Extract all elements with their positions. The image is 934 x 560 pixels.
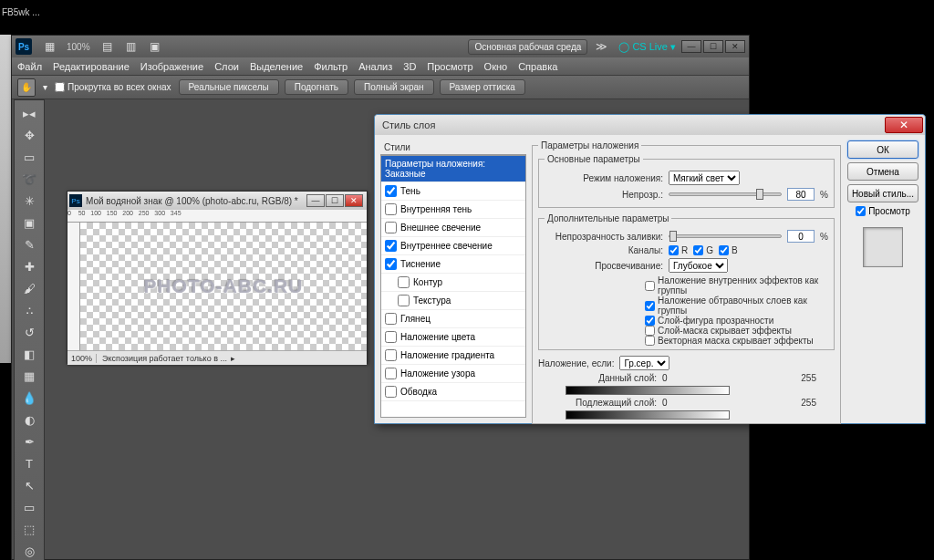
doc-titlebar[interactable]: Ps Мой водяной знак @ 100% (photo-abc.ru…: [67, 192, 367, 210]
type-tool[interactable]: T: [16, 453, 42, 473]
optbtn[interactable]: Размер оттиска: [440, 79, 525, 95]
zoom-readout[interactable]: 100%: [67, 42, 90, 52]
optbtn[interactable]: Полный экран: [354, 79, 434, 95]
workspace-button[interactable]: Основная рабочая среда: [468, 39, 587, 55]
channels-label: Каналы:: [545, 245, 663, 255]
menu-Выделение[interactable]: Выделение: [250, 61, 303, 72]
menu-Изображение[interactable]: Изображение: [140, 61, 203, 72]
path-tool[interactable]: ↖: [16, 475, 42, 495]
style-row[interactable]: Параметры наложения: Заказные: [381, 156, 525, 182]
style-row[interactable]: Внутреннее свечение: [381, 237, 525, 255]
menu-Анализ[interactable]: Анализ: [358, 61, 392, 72]
cancel-button[interactable]: Отмена: [847, 162, 918, 181]
fill-opacity-input[interactable]: [787, 230, 815, 243]
style-row[interactable]: Тень: [381, 182, 525, 201]
blend-flag[interactable]: Слой-маска скрывает эффекты: [645, 326, 828, 336]
gradient-tool[interactable]: ▦: [16, 366, 42, 386]
shape-tool[interactable]: ▭: [16, 497, 42, 517]
blend-flag[interactable]: Векторная маска скрывает эффекты: [645, 336, 828, 346]
style-row[interactable]: Обводка: [381, 383, 525, 401]
menu-Файл[interactable]: Файл: [17, 61, 42, 72]
menu-Редактирование[interactable]: Редактирование: [53, 61, 130, 72]
doc-new-icon[interactable]: ▦: [39, 38, 59, 55]
style-row[interactable]: Глянец: [381, 310, 525, 328]
wand-tool[interactable]: ✳: [16, 191, 42, 211]
eyedropper-tool[interactable]: ✎: [16, 234, 42, 254]
opacity-input[interactable]: [787, 188, 815, 201]
blend-flag[interactable]: Наложение обтравочных слоев как группы: [645, 296, 828, 316]
scroll-all-checkbox[interactable]: Прокрутка во всех окнах: [55, 82, 171, 92]
menu-Слои[interactable]: Слои: [214, 61, 239, 72]
blending-params-panel: Параметры наложения Основные параметры Р…: [532, 140, 841, 418]
pen-tool[interactable]: ✒: [16, 431, 42, 451]
style-row[interactable]: Тиснение: [381, 255, 525, 274]
doc-title: Мой водяной знак @ 100% (photo-abc.ru, R…: [86, 196, 298, 206]
style-row[interactable]: Внутренняя тень: [381, 201, 525, 219]
style-row[interactable]: Внешнее свечение: [381, 219, 525, 237]
chevron-right-icon[interactable]: ≫: [591, 38, 611, 55]
new-style-button[interactable]: Новый стиль...: [847, 184, 918, 202]
blendif-select[interactable]: Гр.сер.: [619, 356, 669, 370]
optbtn[interactable]: Подогнать: [285, 79, 348, 95]
canvas[interactable]: PHOTO-ABC.RU: [80, 223, 367, 350]
fill-opacity-slider[interactable]: [669, 234, 782, 238]
knockout-select[interactable]: Глубокое: [669, 258, 728, 273]
maximize-button[interactable]: ☐: [703, 40, 723, 53]
cslive-button[interactable]: ◯ CS Live ▾: [618, 41, 676, 53]
dialog-titlebar[interactable]: Стиль слоя ✕: [375, 115, 925, 135]
channel-b[interactable]: B: [719, 245, 738, 255]
ok-button[interactable]: ОК: [847, 140, 918, 159]
layer-style-dialog: Стиль слоя ✕ Стили Параметры наложения: …: [374, 114, 926, 424]
style-row[interactable]: Наложение узора: [381, 365, 525, 383]
dialog-title: Стиль слоя: [382, 119, 435, 130]
heal-tool[interactable]: ✚: [16, 256, 42, 276]
this-layer-gradient[interactable]: [566, 386, 730, 395]
hand-tool-icon[interactable]: ✋: [17, 78, 36, 97]
optbtn[interactable]: Реальные пикселы: [179, 79, 279, 95]
preview-checkbox[interactable]: Просмотр: [856, 206, 910, 216]
style-row[interactable]: Текстура: [381, 292, 525, 310]
minimize-button[interactable]: —: [681, 40, 701, 53]
blend-flag[interactable]: Слой-фигура прозрачности: [645, 316, 828, 326]
doc-close[interactable]: ✕: [345, 194, 363, 207]
channel-g[interactable]: G: [693, 245, 713, 255]
menu-3D[interactable]: 3D: [403, 61, 416, 72]
style-row[interactable]: Контур: [381, 274, 525, 292]
menu-Справка[interactable]: Справка: [518, 61, 557, 72]
doc-maximize[interactable]: ☐: [326, 194, 344, 207]
marquee-tool[interactable]: ▭: [16, 147, 42, 167]
collapse-icon[interactable]: ▸◂: [16, 103, 42, 123]
menu-Просмотр[interactable]: Просмотр: [427, 61, 472, 72]
3d-tool[interactable]: ⬚: [16, 519, 42, 539]
view-list-icon[interactable]: ▥: [121, 38, 141, 55]
view-grid-icon[interactable]: ▤: [98, 38, 118, 55]
style-row[interactable]: Наложение градиента: [381, 347, 525, 365]
ps-logo: Ps: [16, 38, 32, 55]
screen-mode-icon[interactable]: ▣: [145, 38, 165, 55]
eraser-tool[interactable]: ◧: [16, 344, 42, 364]
close-button[interactable]: ✕: [725, 40, 745, 53]
brush-tool[interactable]: 🖌: [16, 278, 42, 298]
blend-mode-select[interactable]: Мягкий свет: [669, 171, 740, 185]
underlying-gradient[interactable]: [566, 410, 730, 420]
blend-flag[interactable]: Наложение внутренних эффектов как группы: [645, 275, 828, 296]
doc-minimize[interactable]: —: [306, 194, 325, 207]
move-tool[interactable]: ✥: [16, 125, 42, 145]
dialog-close-button[interactable]: ✕: [885, 117, 923, 133]
stamp-tool[interactable]: ⛬: [16, 300, 42, 320]
lasso-tool[interactable]: ➰: [16, 169, 42, 189]
doc-statusbar: 100% Экспозиция работает только в ... ▸: [67, 350, 367, 365]
blur-tool[interactable]: 💧: [16, 388, 42, 408]
crop-tool[interactable]: ▣: [16, 213, 42, 233]
preview-swatch: [863, 227, 903, 267]
history-brush-tool[interactable]: ↺: [16, 322, 42, 342]
opacity-slider[interactable]: [669, 192, 782, 196]
menu-Окно[interactable]: Окно: [484, 61, 508, 72]
style-row[interactable]: Наложение цвета: [381, 328, 525, 347]
menubar: ФайлРедактированиеИзображениеСлоиВыделен…: [12, 57, 749, 76]
ruler-horizontal: 0 50 100 150 200 250 300 345: [67, 210, 367, 223]
3d-camera-tool[interactable]: ◎: [16, 541, 42, 560]
dodge-tool[interactable]: ◐: [16, 410, 42, 430]
menu-Фильтр[interactable]: Фильтр: [314, 61, 348, 72]
channel-r[interactable]: R: [669, 245, 688, 255]
